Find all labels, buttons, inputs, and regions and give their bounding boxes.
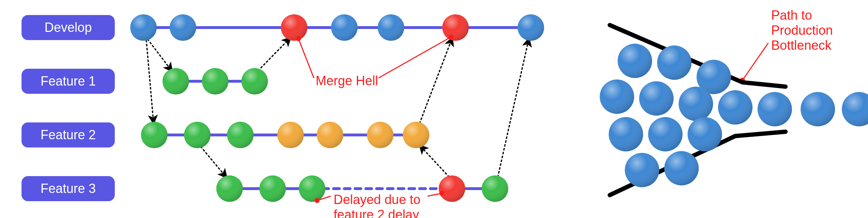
svg-point-43 (482, 175, 508, 202)
funnel-ball-14 (842, 92, 868, 126)
commit-feature2-3 (277, 122, 304, 148)
funnel-ball-1 (657, 45, 692, 80)
annotation-text-bottleneck-1: Production (771, 23, 833, 38)
commit-feature2-6 (403, 122, 429, 148)
svg-point-37 (259, 175, 286, 202)
funnel-ball-4 (639, 81, 674, 116)
funnel-ball-10 (625, 153, 659, 187)
annotation-pointer-merge-hell-0 (298, 39, 314, 78)
annotation-dot-merge-hell-0 (296, 36, 301, 41)
svg-point-39 (299, 175, 325, 202)
svg-point-25 (227, 122, 254, 148)
commit-feature3-0 (216, 175, 243, 202)
commit-develop-5 (442, 14, 469, 41)
svg-point-3 (170, 14, 196, 41)
branch-label-develop: Develop (44, 20, 92, 35)
commit-feature2-1 (184, 122, 211, 148)
funnel-ball-12 (758, 92, 792, 126)
arrow-f2-to-f3 (201, 147, 226, 177)
svg-point-19 (241, 68, 268, 95)
arrow-f1-to-dev (258, 38, 290, 71)
svg-point-67 (664, 151, 699, 185)
svg-point-29 (317, 122, 343, 148)
commit-feature2-5 (367, 122, 393, 148)
arrow-dev-to-f2 (146, 40, 154, 122)
commit-feature2-0 (141, 122, 168, 148)
svg-point-61 (648, 117, 683, 151)
commit-feature1-2 (241, 68, 268, 95)
commit-feature3-2 (299, 175, 325, 202)
commit-develop-0 (130, 14, 157, 41)
annotation-text-delayed-1: feature 2 delay (334, 207, 419, 218)
commit-develop-4 (378, 14, 404, 41)
commit-develop-2 (281, 14, 307, 41)
arrow-f2-to-dev (420, 39, 452, 123)
svg-point-59 (609, 117, 643, 151)
commit-feature3-4 (482, 175, 508, 202)
svg-point-55 (679, 87, 713, 121)
svg-point-7 (331, 14, 358, 41)
svg-point-21 (141, 122, 168, 148)
branch-label-feature1: Feature 1 (41, 74, 96, 88)
commit-feature3-1 (259, 175, 286, 202)
annotation-pointer-merge-hell-1 (378, 37, 451, 78)
svg-point-23 (184, 122, 211, 148)
svg-point-63 (688, 117, 722, 151)
funnel-ball-7 (609, 117, 643, 151)
annotation-dot-merge-hell-1 (449, 34, 454, 39)
commit-feature1-1 (202, 68, 228, 95)
svg-point-73 (842, 92, 868, 126)
commit-feature2-4 (317, 122, 343, 148)
funnel-ball-6 (718, 90, 753, 125)
funnel-ball-9 (688, 117, 722, 151)
funnel-ball-11 (664, 151, 699, 185)
svg-point-53 (639, 81, 674, 116)
annotation-dot-delayed-0 (315, 198, 320, 203)
arrow-f3-to-f2-red (420, 146, 449, 177)
svg-point-27 (277, 122, 304, 148)
funnel-ball-8 (648, 117, 683, 151)
commit-feature1-0 (162, 68, 189, 95)
svg-point-1 (130, 14, 157, 41)
svg-point-47 (657, 45, 692, 80)
annotation-text-bottleneck-0: Path to (771, 8, 812, 23)
annotation-text-bottleneck-2: Bottleneck (771, 38, 832, 53)
svg-point-71 (801, 92, 835, 126)
commit-develop-6 (518, 14, 544, 41)
svg-point-57 (718, 90, 753, 125)
svg-point-15 (162, 68, 189, 95)
svg-point-33 (403, 122, 429, 148)
annotation-text-merge-hell-0: Merge Hell (316, 73, 378, 88)
arrow-f3-to-dev (498, 39, 529, 177)
commit-develop-3 (331, 14, 358, 41)
svg-point-41 (439, 175, 465, 202)
commit-feature2-2 (227, 122, 254, 148)
svg-point-11 (442, 14, 469, 41)
funnel-ball-13 (801, 92, 835, 126)
svg-point-17 (202, 68, 228, 95)
svg-point-69 (758, 92, 792, 126)
svg-point-13 (518, 14, 544, 41)
svg-point-51 (600, 79, 634, 114)
svg-point-65 (625, 153, 659, 187)
svg-point-45 (618, 44, 652, 78)
annotation-dot-delayed-1 (439, 191, 444, 196)
arrow-dev-to-f1 (148, 39, 171, 71)
svg-point-9 (378, 14, 404, 41)
funnel-ball-3 (600, 79, 634, 114)
annotation-text-delayed-0: Delayed due to (334, 192, 420, 207)
annotation-pointer-bottleneck-0 (742, 43, 768, 80)
funnel-ball-0 (618, 44, 652, 78)
funnel-ball-5 (679, 87, 713, 121)
svg-point-5 (281, 14, 307, 41)
commit-develop-1 (170, 14, 196, 41)
svg-point-31 (367, 122, 393, 148)
branch-label-feature3: Feature 3 (41, 181, 96, 196)
git-flow-diagram: DevelopFeature 1Feature 2Feature 3 Merge… (0, 0, 868, 218)
svg-point-35 (216, 175, 243, 202)
branch-label-feature2: Feature 2 (41, 127, 96, 142)
commit-feature3-3 (439, 175, 465, 202)
